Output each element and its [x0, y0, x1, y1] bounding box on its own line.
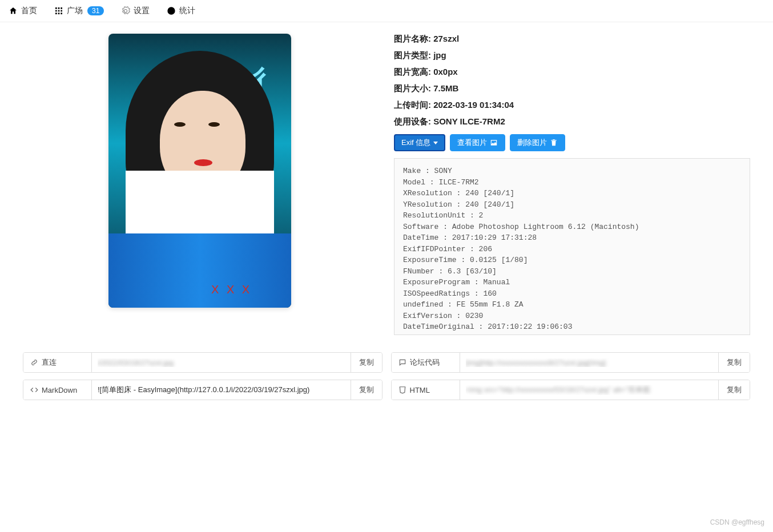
link-section: 直连 复制 论坛代码 复制 MarkDown 复制 HTML: [0, 346, 773, 413]
gear-icon: [121, 6, 130, 15]
html-copy-button[interactable]: 复制: [718, 380, 750, 400]
info-upload-value: 2022-03-19 01:34:04: [433, 100, 514, 110]
html-link-label: HTML: [392, 380, 460, 400]
view-button-label: 查看图片: [457, 138, 487, 148]
nav-settings[interactable]: 设置: [121, 6, 150, 16]
info-size-value: 7.5MB: [433, 83, 458, 93]
html5-icon: [398, 386, 406, 394]
image-lips: [194, 159, 212, 166]
info-upload: 上传时间: 2022-03-19 01:34:04: [394, 100, 750, 111]
html-link-group: HTML 复制: [391, 380, 751, 400]
top-nav: 首页 广场 31 设置 统计: [0, 0, 773, 22]
view-image-button[interactable]: 查看图片: [450, 134, 505, 151]
link-icon: [30, 358, 38, 366]
info-device-value: SONY ILCE-7RM2: [433, 116, 505, 126]
trash-icon: [550, 139, 558, 147]
code-icon: [30, 386, 38, 394]
image-x: X X X: [211, 283, 252, 296]
nav-settings-label: 设置: [134, 6, 150, 16]
pie-icon: [167, 6, 176, 15]
direct-link-input[interactable]: [92, 353, 351, 372]
info-dim: 图片宽高: 0x0px: [394, 67, 750, 78]
exif-panel[interactable]: Make : SONY Model : ILCE-7RM2 XResolutio…: [394, 158, 750, 335]
nav-stats[interactable]: 统计: [167, 6, 195, 16]
info-size-label: 图片大小:: [394, 83, 431, 93]
home-icon: [9, 6, 18, 15]
nav-plaza-label: 广场: [67, 6, 83, 16]
plaza-badge: 31: [87, 6, 104, 15]
html-link-input[interactable]: [460, 380, 719, 400]
info-device-label: 使用设备:: [394, 116, 431, 126]
image-preview[interactable]: 揾天彳 X X X: [108, 34, 291, 308]
chat-icon: [398, 358, 406, 366]
info-size: 图片大小: 7.5MB: [394, 83, 750, 94]
info-type-value: jpg: [433, 50, 446, 60]
nav-home[interactable]: 首页: [9, 6, 37, 16]
main-content: 揾天彳 X X X 图片名称: 27szxl 图片类型: jpg 图片宽高: 0…: [0, 22, 773, 346]
bbs-link-input[interactable]: [460, 353, 719, 372]
nav-plaza[interactable]: 广场 31: [54, 6, 104, 16]
direct-copy-button[interactable]: 复制: [351, 353, 382, 372]
nav-stats-label: 统计: [179, 6, 195, 16]
info-name-label: 图片名称:: [394, 34, 431, 43]
md-link-label: MarkDown: [23, 380, 92, 400]
grid-icon: [54, 6, 63, 15]
info-dim-value: 0x0px: [433, 67, 458, 76]
exif-button[interactable]: Exif 信息: [394, 134, 445, 151]
link-row-2: MarkDown 复制 HTML 复制: [23, 380, 750, 400]
info-name-value: 27szxl: [433, 34, 459, 43]
image-column: 揾天彳 X X X: [23, 34, 377, 335]
bbs-link-label: 论坛代码: [392, 353, 460, 372]
info-type-label: 图片类型:: [394, 50, 431, 60]
md-copy-button[interactable]: 复制: [351, 380, 382, 400]
bbs-link-group: 论坛代码 复制: [391, 352, 751, 373]
delete-button-label: 删除图片: [517, 138, 547, 148]
link-row-1: 直连 复制 论坛代码 复制: [23, 352, 750, 373]
direct-link-group: 直连 复制: [23, 352, 383, 373]
info-device: 使用设备: SONY ILCE-7RM2: [394, 116, 750, 127]
md-link-text: MarkDown: [42, 386, 77, 394]
chevron-down-icon: [433, 142, 438, 144]
bbs-link-text: 论坛代码: [410, 357, 440, 368]
bbs-copy-button[interactable]: 复制: [718, 353, 750, 372]
image-icon: [490, 139, 498, 147]
nav-home-label: 首页: [21, 6, 37, 16]
info-dim-label: 图片宽高:: [394, 67, 431, 76]
info-type: 图片类型: jpg: [394, 50, 750, 61]
details-column: 图片名称: 27szxl 图片类型: jpg 图片宽高: 0x0px 图片大小:…: [394, 34, 750, 335]
info-name: 图片名称: 27szxl: [394, 34, 750, 45]
md-link-input[interactable]: [92, 380, 351, 400]
action-buttons: Exif 信息 查看图片 删除图片: [394, 134, 750, 151]
image-eye-l: [174, 122, 186, 127]
direct-link-text: 直连: [42, 357, 57, 368]
info-upload-label: 上传时间:: [394, 100, 431, 110]
image-jacket: [108, 233, 291, 308]
image-eye-r: [208, 122, 220, 127]
delete-image-button[interactable]: 删除图片: [510, 134, 565, 151]
html-link-text: HTML: [410, 386, 430, 394]
direct-link-label: 直连: [23, 353, 92, 372]
md-link-group: MarkDown 复制: [23, 380, 383, 400]
exif-button-label: Exif 信息: [401, 138, 430, 148]
